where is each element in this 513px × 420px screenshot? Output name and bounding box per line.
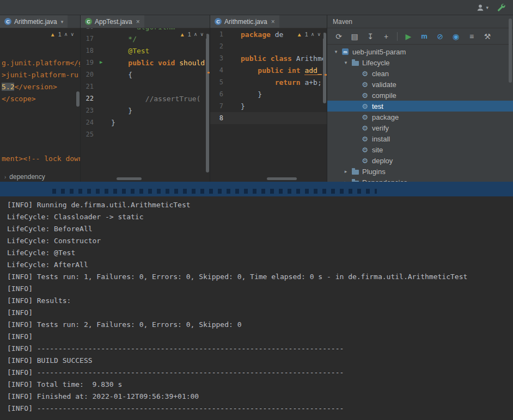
scrollbar-thumb[interactable]	[323, 33, 326, 103]
tab-arithmetic-java-left[interactable]: C Arithmetic.java ▾	[0, 15, 68, 28]
breadcrumb[interactable]: › dependency	[0, 172, 80, 182]
selected-line-text-fragment	[52, 189, 377, 194]
maven-tree-item-install[interactable]: ⚙install	[327, 133, 513, 144]
line-number[interactable]: 16	[81, 28, 97, 30]
pom-editor[interactable]: ▲ 1 ∧ ∨ g.junit.platform</g>junit-platfo…	[0, 28, 80, 172]
line-number[interactable]: 25	[81, 131, 97, 138]
tab-dropdown-icon[interactable]: ▾	[61, 19, 64, 24]
build-wrench-icon[interactable]	[496, 3, 505, 12]
code-token: }	[111, 119, 115, 127]
console-output[interactable]: [INFO] Running de.firma.util.ArithmeticT…	[0, 196, 513, 420]
gear-icon: ⚙	[362, 91, 368, 100]
code-text: public class Arithme	[241, 54, 326, 63]
line-number[interactable]: 8	[210, 114, 227, 122]
maven-tree-item-clean[interactable]: ⚙clean	[327, 68, 513, 79]
maven-tree: ▾mueb-junit5-param▾Lifecycle⚙clean⚙valid…	[327, 45, 513, 182]
maven-tree-item-ueb-junit5-param[interactable]: ▾mueb-junit5-param	[327, 46, 513, 57]
warning-stripe-mark[interactable]	[207, 72, 210, 73]
prev-issue-icon[interactable]: ∧	[194, 32, 198, 37]
console-selected-line[interactable]	[0, 182, 513, 196]
code-text: }	[241, 90, 262, 98]
line-number[interactable]: 4	[210, 66, 227, 74]
maven-tree-item-verify[interactable]: ⚙verify	[327, 122, 513, 133]
show-profiles-icon[interactable]: ≡	[467, 33, 477, 40]
maven-tree-item-lifecycle[interactable]: ▾Lifecycle	[327, 57, 513, 68]
line-number[interactable]: 22	[81, 95, 97, 102]
chevron-expanded-icon[interactable]: ▾	[332, 49, 340, 54]
run-test-icon[interactable]: ▶	[100, 59, 102, 65]
line-number[interactable]: 18	[81, 47, 97, 54]
hscrollbar-thumb[interactable]	[267, 177, 297, 180]
reload-maven-projects-icon[interactable]: ⟳	[334, 33, 344, 40]
warning-stripe-mark[interactable]	[325, 74, 327, 76]
maven-tree-item-package[interactable]: ⚙package	[327, 112, 513, 122]
line-number[interactable]: 1	[210, 30, 227, 38]
line-number[interactable]: 23	[81, 107, 97, 114]
code-token: 5.2	[2, 83, 14, 91]
warning-icon: ▲	[180, 32, 185, 38]
line-number[interactable]: 17	[81, 35, 97, 42]
tree-item-label: compile	[372, 91, 396, 100]
folder-shape	[352, 170, 359, 175]
inspections-widget[interactable]: ▲ 1 ∧ ∨	[294, 30, 323, 39]
chevron-collapsed-icon[interactable]: ▸	[341, 169, 350, 174]
gutter-fold-area	[227, 76, 241, 88]
apptest-editor[interactable]: ▲ 1 ∧ ∨ 16 * algorithm17 */18 @Test19▶ p…	[81, 28, 210, 182]
maven-tree-item-test[interactable]: ⚙test	[327, 101, 513, 112]
toolbar-separator	[397, 32, 398, 41]
hscrollbar-thumb[interactable]	[117, 177, 142, 180]
maven-toolbar: ⟳▤↧+▶m⊘◉≡⚒	[327, 28, 513, 45]
user-account-icon[interactable]: ▾	[476, 3, 488, 12]
code-line	[0, 140, 80, 152]
line-number[interactable]: 3	[210, 54, 227, 62]
line-number[interactable]: 24	[81, 119, 97, 126]
line-number[interactable]: 21	[81, 83, 97, 90]
code-token: g.junit.platform</g	[2, 59, 80, 67]
code-text: >junit-platform-ru	[2, 71, 78, 79]
skip-tests-icon[interactable]: ⊘	[435, 33, 445, 40]
inspections-widget[interactable]: ▲ 1 ∧ ∨	[47, 30, 77, 39]
maven-tree-item-validate[interactable]: ⚙validate	[327, 79, 513, 90]
inspections-widget[interactable]: ▲ 1 ∧ ∨	[177, 30, 206, 39]
prev-issue-icon[interactable]: ∧	[311, 32, 315, 37]
code-line: g.junit.platform</g	[0, 57, 80, 69]
line-number[interactable]: 5	[210, 78, 227, 86]
scrollbar-thumb[interactable]	[509, 18, 512, 83]
maven-tree-item-plugins[interactable]: ▸Plugins	[327, 166, 513, 177]
arithmetic-editor[interactable]: ▲ 1 ∧ ∨ 1package de23public class Arithm…	[210, 28, 327, 182]
chevron-expanded-icon[interactable]: ▾	[341, 60, 350, 65]
test-class-icon: C	[85, 18, 92, 25]
next-issue-icon[interactable]: ∨	[70, 32, 74, 37]
line-number[interactable]: 7	[210, 102, 227, 110]
next-issue-icon[interactable]: ∨	[200, 32, 204, 37]
next-issue-icon[interactable]: ∨	[317, 32, 321, 37]
line-number[interactable]: 6	[210, 90, 227, 98]
line-number[interactable]: 2	[210, 42, 227, 50]
maven-tree-item-site[interactable]: ⚙site	[327, 144, 513, 155]
maven-settings-icon[interactable]: ⚒	[483, 33, 492, 40]
scrollbar-thumb[interactable]	[206, 34, 209, 172]
tree-item-label: test	[372, 102, 383, 110]
maven-tree-item-compile[interactable]: ⚙compile	[327, 90, 513, 101]
run-maven-build-icon[interactable]: ▶	[404, 33, 413, 40]
code-text: }	[111, 119, 115, 127]
chevron-right-icon: ›	[4, 174, 6, 180]
maven-tree-item-deploy[interactable]: ⚙deploy	[327, 155, 513, 166]
generate-sources-icon[interactable]: ▤	[350, 33, 359, 40]
line-number[interactable]: 19	[81, 59, 97, 66]
tab-arithmetic-java-right[interactable]: C Arithmetic.java ×	[210, 15, 279, 28]
maven-panel-header[interactable]: Maven	[327, 15, 513, 28]
offline-mode-icon[interactable]: ◉	[451, 33, 461, 40]
maven-tree-item-dependencies[interactable]: ▸Dependencies	[327, 177, 513, 182]
line-number[interactable]: 20	[81, 71, 97, 78]
prev-issue-icon[interactable]: ∧	[64, 32, 68, 37]
tab-apptest-java[interactable]: C AppTest.java ×	[81, 15, 144, 28]
add-maven-project-icon[interactable]: +	[381, 33, 391, 40]
execute-maven-goal-icon[interactable]: m	[419, 33, 429, 40]
download-sources-icon[interactable]: ↧	[365, 33, 375, 40]
gutter-fold-area	[227, 88, 241, 100]
close-tab-icon[interactable]: ×	[271, 18, 275, 26]
close-tab-icon[interactable]: ×	[136, 18, 140, 26]
breadcrumb-item-dependency[interactable]: dependency	[9, 173, 45, 181]
scrollbar-thumb[interactable]	[76, 91, 80, 107]
